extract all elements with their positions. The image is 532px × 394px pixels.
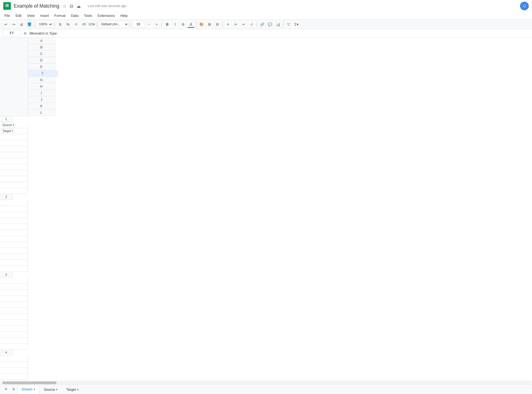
cell[interactable] bbox=[0, 182, 28, 188]
cell[interactable] bbox=[0, 296, 28, 302]
font-select[interactable]: Default (Ari... bbox=[99, 21, 129, 28]
row-number[interactable]: 4 bbox=[0, 350, 13, 356]
cell[interactable] bbox=[0, 200, 28, 206]
cell[interactable] bbox=[0, 242, 28, 248]
font-size-decrease[interactable]: − bbox=[145, 21, 152, 28]
cell[interactable] bbox=[0, 230, 28, 236]
horizontal-scrollbar[interactable] bbox=[0, 381, 532, 384]
text-rotation-button[interactable]: ⤢ bbox=[248, 21, 255, 28]
cell[interactable] bbox=[0, 314, 28, 320]
print-button[interactable]: 🖨 bbox=[18, 21, 25, 28]
valign-button[interactable]: ⊨ bbox=[232, 21, 239, 28]
col-header-g[interactable]: G bbox=[28, 77, 55, 83]
filter-button[interactable]: ▽ bbox=[285, 21, 292, 28]
borders-button[interactable]: ⊞ bbox=[206, 21, 213, 28]
cell[interactable] bbox=[0, 206, 28, 212]
decimal-decrease-button[interactable]: .0 bbox=[72, 21, 79, 28]
col-header-k[interactable]: K bbox=[28, 103, 55, 109]
cell[interactable] bbox=[0, 290, 28, 296]
cell[interactable] bbox=[0, 212, 28, 218]
currency-button[interactable]: $ bbox=[57, 21, 64, 28]
folder-icon[interactable]: ⊟ bbox=[70, 4, 73, 9]
redo-button[interactable]: ↪ bbox=[10, 21, 17, 28]
paint-format-button[interactable]: 🪣 bbox=[26, 21, 33, 28]
comment-button[interactable]: 💬 bbox=[267, 21, 274, 28]
menu-file[interactable]: File bbox=[2, 13, 12, 19]
row-number[interactable]: 3 bbox=[0, 272, 13, 278]
star-icon[interactable]: ☆ bbox=[63, 4, 66, 9]
font-size-input[interactable] bbox=[132, 21, 144, 28]
tab-source[interactable]: Source ▾ bbox=[40, 385, 61, 394]
cell[interactable] bbox=[0, 224, 28, 230]
row-number[interactable]: 1 bbox=[0, 116, 13, 122]
cell[interactable] bbox=[0, 176, 28, 182]
col-header-e[interactable]: E bbox=[28, 64, 55, 70]
cell[interactable] bbox=[0, 254, 28, 260]
grid-container[interactable]: A B C D E F G H I J K L 1Source bbox=[0, 38, 532, 381]
halign-button[interactable]: ≡ bbox=[224, 21, 231, 28]
menu-edit[interactable]: Edit bbox=[13, 13, 24, 19]
more-formats-button[interactable]: 123▾ bbox=[88, 21, 95, 28]
menu-extensions[interactable]: Extensions bbox=[95, 13, 117, 19]
decimal-increase-button[interactable]: .00 bbox=[80, 21, 87, 28]
col-header-c[interactable]: C bbox=[28, 51, 55, 57]
cell[interactable] bbox=[0, 260, 28, 266]
italic-button[interactable]: I bbox=[172, 21, 179, 28]
cell[interactable] bbox=[0, 320, 28, 326]
fill-color-button[interactable]: 🎨 bbox=[198, 21, 205, 28]
tab-target-arrow[interactable]: ▾ bbox=[77, 388, 79, 391]
menu-data[interactable]: Data bbox=[69, 13, 81, 19]
cell[interactable] bbox=[0, 368, 28, 374]
menu-format[interactable]: Format bbox=[52, 13, 68, 19]
source-filter-button[interactable]: Source ▾ bbox=[1, 123, 16, 127]
function-button[interactable]: Σ▾ bbox=[293, 21, 300, 28]
tab-sheet1[interactable]: Sheet1 ▾ bbox=[17, 385, 39, 394]
undo-button[interactable]: ↩ bbox=[2, 21, 9, 28]
cell[interactable] bbox=[0, 218, 28, 224]
col-header-f[interactable]: F bbox=[28, 70, 58, 77]
col-header-j[interactable]: J bbox=[28, 96, 55, 103]
percent-button[interactable]: % bbox=[64, 21, 72, 28]
cell-reference-input[interactable] bbox=[2, 30, 21, 36]
add-sheet-button[interactable]: + bbox=[2, 386, 10, 393]
cell[interactable] bbox=[0, 356, 28, 362]
menu-tools[interactable]: Tools bbox=[82, 13, 94, 19]
cell[interactable] bbox=[0, 134, 28, 140]
cell[interactable] bbox=[0, 374, 28, 380]
text-wrap-button[interactable]: ↵ bbox=[240, 21, 247, 28]
zoom-select[interactable]: 100% bbox=[36, 21, 53, 28]
cell[interactable] bbox=[0, 302, 28, 308]
font-size-increase[interactable]: + bbox=[153, 21, 160, 28]
col-header-b[interactable]: B bbox=[28, 44, 55, 51]
row-number[interactable]: 2 bbox=[0, 194, 13, 200]
cell[interactable] bbox=[0, 284, 28, 290]
cell[interactable] bbox=[0, 362, 28, 368]
target-filter-button[interactable]: Target ▾ bbox=[1, 129, 14, 133]
cell[interactable] bbox=[0, 152, 28, 158]
cell[interactable] bbox=[0, 248, 28, 254]
formula-input[interactable]: Mismatch in Type bbox=[29, 30, 530, 36]
cell[interactable] bbox=[0, 188, 28, 194]
cell[interactable] bbox=[0, 308, 28, 314]
col-header-d[interactable]: D bbox=[28, 57, 55, 64]
cell[interactable] bbox=[0, 140, 28, 146]
cell[interactable] bbox=[0, 344, 28, 350]
cell[interactable] bbox=[0, 338, 28, 344]
col-header-l[interactable]: L bbox=[28, 109, 55, 116]
chart-button[interactable]: 📊 bbox=[274, 21, 282, 28]
menu-help[interactable]: Help bbox=[118, 13, 130, 19]
cloud-icon[interactable]: ☁ bbox=[76, 4, 81, 9]
cell[interactable] bbox=[0, 278, 28, 284]
col-header-h[interactable]: H bbox=[28, 83, 55, 90]
user-avatar[interactable]: U bbox=[520, 2, 529, 10]
cell[interactable] bbox=[0, 236, 28, 242]
col-header-i[interactable]: I bbox=[28, 90, 55, 96]
cell[interactable] bbox=[0, 380, 28, 381]
cell[interactable] bbox=[0, 164, 28, 170]
tab-target[interactable]: Target ▾ bbox=[62, 385, 82, 394]
cell[interactable] bbox=[0, 332, 28, 338]
tab-sheet1-arrow[interactable]: ▾ bbox=[34, 388, 35, 391]
col-header-a[interactable]: A bbox=[28, 38, 55, 44]
bold-button[interactable]: B bbox=[164, 21, 171, 28]
merge-button[interactable]: ⊟ bbox=[214, 21, 221, 28]
